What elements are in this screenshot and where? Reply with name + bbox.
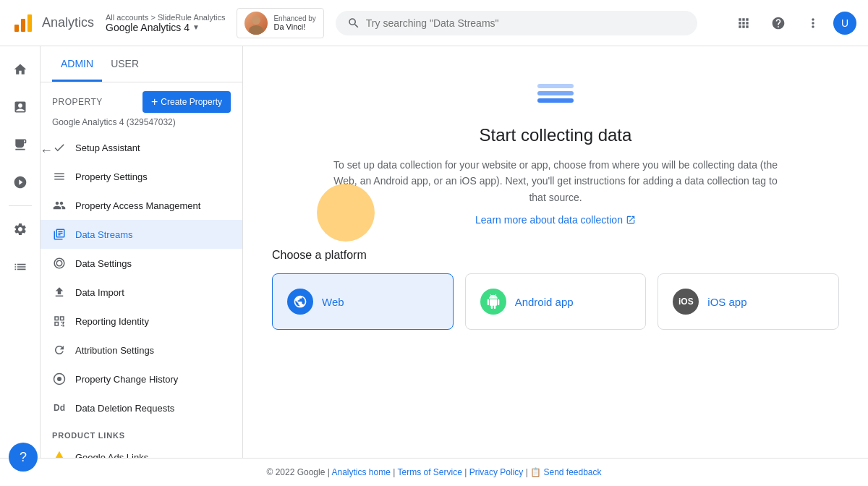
menu-item-data-settings[interactable]: Data Settings: [41, 249, 242, 278]
data-streams-illustration: [534, 75, 577, 114]
tab-admin[interactable]: ADMIN: [52, 46, 102, 82]
bottom-help-button[interactable]: ?: [9, 443, 38, 472]
google-ads-icon: [52, 450, 67, 458]
svg-point-4: [249, 25, 263, 35]
property-access-icon: [52, 198, 67, 213]
feedback-link[interactable]: Send feedback: [543, 467, 601, 477]
external-link-icon: [626, 215, 636, 225]
data-deletion-icon: Dd: [52, 401, 67, 415]
enhanced-by-text: Enhanced by Da Vinci!: [273, 14, 315, 31]
choose-platform-label: Choose a platform: [272, 249, 839, 262]
help-circle-icon[interactable]: ?: [9, 443, 38, 472]
nav-list-icon[interactable]: [3, 250, 38, 284]
svg-rect-0: [14, 25, 19, 32]
property-settings-icon: [52, 169, 67, 184]
user-avatar[interactable]: U: [833, 12, 856, 35]
product-links-header: PRODUCT LINKS: [41, 422, 242, 443]
header-actions: U: [729, 9, 856, 38]
analytics-home-link[interactable]: Analytics home: [332, 467, 391, 477]
left-nav: [0, 46, 41, 458]
menu-item-setup-assistant[interactable]: Setup Assistant: [41, 133, 242, 162]
property-change-history-icon: [52, 372, 67, 386]
page-title: Start collecting data: [480, 125, 632, 145]
content-center: Start collecting data To set up data col…: [272, 75, 839, 330]
apps-icon[interactable]: [729, 9, 758, 38]
search-input[interactable]: [366, 17, 686, 29]
search-bar[interactable]: [336, 11, 697, 35]
svg-rect-11: [537, 98, 574, 103]
menu-item-reporting-identity[interactable]: Reporting Identity: [41, 307, 242, 336]
create-property-button[interactable]: + Create Property: [142, 91, 231, 113]
svg-rect-1: [21, 19, 25, 32]
menu-item-data-import[interactable]: Data Import: [41, 278, 242, 307]
menu-item-attribution-settings[interactable]: Attribution Settings: [41, 336, 242, 364]
android-platform-icon: [480, 289, 506, 315]
property-name: Google Analytics 4 (329547032): [41, 116, 242, 133]
nav-explore-icon[interactable]: [3, 127, 38, 162]
svg-point-6: [57, 377, 61, 381]
menu-item-property-change-history[interactable]: Property Change History: [41, 364, 242, 393]
footer: © 2022 Google | Analytics home | Terms o…: [0, 458, 868, 486]
menu-item-google-ads[interactable]: Google Ads Links: [41, 443, 242, 458]
account-name[interactable]: Google Analytics 4 ▼: [106, 22, 225, 33]
tab-user[interactable]: USER: [102, 46, 148, 82]
platform-cards: Web Android app iOS iOS app: [272, 273, 839, 330]
menu-item-data-deletion[interactable]: Dd Data Deletion Requests: [41, 393, 242, 422]
enhanced-badge: Enhanced by Da Vinci!: [237, 8, 323, 38]
svg-marker-7: [54, 451, 66, 458]
app-name: Analytics: [42, 15, 94, 30]
nav-reports-icon[interactable]: [3, 90, 38, 124]
admin-panel: ADMIN USER Property + Create Property Go…: [41, 46, 243, 458]
svg-rect-12: [537, 91, 574, 95]
property-header: Property + Create Property: [41, 82, 242, 116]
main-content: Start collecting data To set up data col…: [243, 46, 868, 458]
ga-logo-icon: [12, 12, 35, 35]
web-platform-icon: [287, 289, 313, 315]
property-label: Property: [52, 97, 103, 107]
platform-card-web[interactable]: Web: [272, 273, 454, 330]
ios-platform-icon: iOS: [673, 289, 699, 315]
nav-divider: [9, 205, 32, 206]
nav-advertising-icon[interactable]: [3, 165, 38, 200]
platform-card-ios[interactable]: iOS iOS app: [658, 273, 839, 330]
platform-card-android[interactable]: Android app: [465, 273, 647, 330]
nav-home-icon[interactable]: [3, 52, 38, 87]
content-description: To set up data collection for your websi…: [324, 157, 787, 205]
search-icon: [347, 17, 360, 30]
logo: Analytics: [12, 12, 94, 35]
tab-bar: ADMIN USER: [41, 46, 242, 82]
dropdown-arrow-icon: ▼: [192, 23, 200, 31]
svg-rect-13: [537, 84, 574, 88]
menu-item-property-access[interactable]: Property Access Management: [41, 191, 242, 220]
learn-more-link[interactable]: Learn more about data collection: [475, 214, 636, 226]
more-options-icon[interactable]: [799, 9, 827, 38]
privacy-link[interactable]: Privacy Policy: [469, 467, 524, 477]
header: Analytics All accounts > SlideRule Analy…: [0, 0, 868, 46]
menu-item-property-settings[interactable]: Property Settings: [41, 162, 242, 191]
nav-configure-icon[interactable]: [3, 212, 38, 247]
enhanced-avatar: [244, 12, 268, 35]
attribution-settings-icon: [52, 343, 67, 357]
admin-content: ADMIN USER Property + Create Property Go…: [41, 46, 868, 458]
help-icon[interactable]: [764, 9, 793, 38]
all-accounts-label: All accounts > SlideRule Analytics: [106, 13, 225, 22]
svg-rect-2: [27, 14, 32, 32]
svg-point-3: [252, 16, 260, 25]
reporting-identity-icon: [52, 314, 67, 328]
main-layout: ADMIN USER Property + Create Property Go…: [0, 46, 868, 458]
data-streams-icon: [52, 227, 67, 242]
back-arrow-icon[interactable]: ←: [41, 139, 58, 162]
data-settings-icon: [52, 256, 67, 270]
terms-link[interactable]: Terms of Service: [397, 467, 461, 477]
account-selector[interactable]: All accounts > SlideRule Analytics Googl…: [106, 13, 225, 33]
data-import-icon: [52, 285, 67, 299]
menu-item-data-streams[interactable]: Data Streams: [41, 220, 242, 249]
